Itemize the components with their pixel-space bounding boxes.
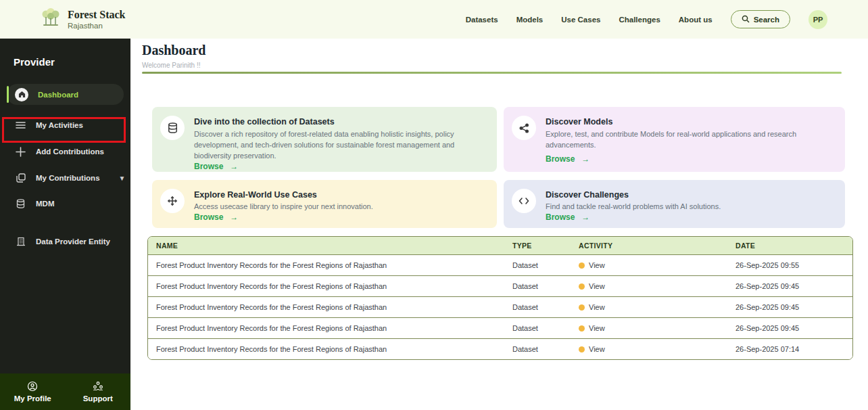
- browse-label: Browse: [194, 212, 223, 222]
- page: Forest Stack Rajasthan Datasets Models U…: [0, 0, 868, 410]
- profile-icon: [27, 381, 38, 393]
- table-row[interactable]: Forest Product Inventory Records for the…: [148, 338, 852, 359]
- table-row[interactable]: Forest Product Inventory Records for the…: [148, 296, 852, 317]
- building-icon: [15, 236, 26, 248]
- search-button[interactable]: Search: [731, 10, 790, 28]
- cards-grid: Dive into the collection of Datasets Dis…: [152, 107, 845, 228]
- support-label: Support: [83, 394, 113, 403]
- activity-dot-icon: [579, 283, 585, 290]
- cell-type: Dataset: [504, 282, 571, 290]
- browse-use-cases-link[interactable]: Browse →: [194, 212, 373, 223]
- support-button[interactable]: Support: [66, 373, 131, 410]
- cell-date: 26-Sep-2025 09:55: [727, 261, 852, 269]
- card-title: Dive into the collection of Datasets: [194, 117, 486, 127]
- database-icon: [160, 116, 185, 140]
- card-title: Explore Real-World Use Cases: [194, 190, 373, 200]
- cell-name: Forest Product Inventory Records for the…: [148, 303, 504, 311]
- brand[interactable]: Forest Stack Rajasthan: [41, 7, 125, 32]
- browse-models-link[interactable]: Browse →: [546, 154, 834, 165]
- list-icon: [15, 120, 26, 131]
- activity-label: View: [589, 261, 605, 269]
- my-profile-label: My Profile: [14, 394, 51, 403]
- cell-name: Forest Product Inventory Records for the…: [148, 345, 504, 353]
- support-icon: [93, 381, 103, 393]
- nav-challenges[interactable]: Challenges: [619, 16, 660, 24]
- cell-name: Forest Product Inventory Records for the…: [148, 261, 504, 269]
- table-row[interactable]: Forest Product Inventory Records for the…: [148, 317, 852, 338]
- cell-type: Dataset: [504, 324, 571, 332]
- browse-label: Browse: [194, 162, 223, 171]
- card-description: Discover a rich repository of forest-rel…: [194, 129, 486, 162]
- sidebar-item-my-activities[interactable]: My Activities: [0, 116, 130, 134]
- cell-type: Dataset: [504, 345, 571, 353]
- arrow-right-icon: →: [581, 154, 589, 164]
- database-icon: [15, 198, 26, 210]
- table-row[interactable]: Forest Product Inventory Records for the…: [148, 275, 852, 296]
- nav-datasets[interactable]: Datasets: [466, 16, 498, 24]
- browse-challenges-link[interactable]: Browse →: [546, 212, 721, 223]
- cell-activity: View: [571, 261, 727, 269]
- sidebar-footer: My Profile Support: [0, 373, 130, 410]
- top-nav: Datasets Models Use Cases Challenges Abo…: [466, 10, 827, 29]
- nav-models[interactable]: Models: [516, 16, 544, 24]
- card-title: Discover Challenges: [546, 190, 721, 200]
- code-icon: [512, 189, 536, 213]
- activity-table: NAME TYPE ACTIVITY DATE Forest Product I…: [147, 236, 853, 360]
- card-description: Access usecase library to inspire your n…: [194, 202, 373, 212]
- cell-type: Dataset: [504, 303, 571, 311]
- cell-name: Forest Product Inventory Records for the…: [148, 282, 504, 290]
- sidebar-item-dashboard[interactable]: Dashboard: [7, 84, 124, 105]
- activity-dot-icon: [579, 304, 585, 311]
- my-profile-button[interactable]: My Profile: [0, 373, 66, 410]
- sidebar-item-label: Dashboard: [38, 91, 78, 99]
- activity-label: View: [589, 303, 605, 311]
- card-datasets[interactable]: Dive into the collection of Datasets Dis…: [152, 107, 497, 172]
- nav-use-cases[interactable]: Use Cases: [561, 16, 600, 24]
- sidebar-item-add-contributions[interactable]: Add Contributions: [0, 143, 130, 160]
- sidebar-item-data-provider-entity[interactable]: Data Provider Entity: [0, 233, 130, 250]
- activity-label: View: [589, 324, 605, 332]
- cell-date: 26-Sep-2025 07:14: [727, 345, 852, 353]
- brand-title: Forest Stack: [68, 9, 125, 21]
- card-challenges[interactable]: Discover Challenges Find and tackle real…: [504, 180, 845, 228]
- cell-activity: View: [571, 345, 727, 353]
- activity-dot-icon: [579, 346, 585, 352]
- sidebar-heading: Provider: [14, 56, 130, 68]
- column-header-date: DATE: [727, 242, 852, 250]
- sidebar: Provider Dashboard My Activities: [0, 39, 130, 410]
- table-header: NAME TYPE ACTIVITY DATE: [148, 237, 852, 254]
- move-icon: [160, 189, 185, 213]
- table-row[interactable]: Forest Product Inventory Records for the…: [148, 254, 852, 275]
- browse-datasets-link[interactable]: Browse →: [194, 162, 486, 173]
- page-title: Dashboard: [142, 43, 206, 58]
- nav-about-us[interactable]: About us: [679, 16, 713, 24]
- chevron-down-icon[interactable]: ▼: [119, 175, 126, 182]
- home-icon: [15, 88, 28, 101]
- arrow-right-icon: →: [581, 212, 589, 222]
- browse-label: Browse: [546, 212, 575, 222]
- arrow-right-icon: →: [230, 162, 238, 171]
- card-models[interactable]: Discover Models Explore, test, and contr…: [504, 107, 845, 172]
- sidebar-item-label: My Contributions: [36, 174, 100, 182]
- forest-stack-logo-icon: [41, 7, 61, 32]
- card-use-cases[interactable]: Explore Real-World Use Cases Access usec…: [152, 180, 497, 228]
- activity-dot-icon: [579, 263, 585, 269]
- sidebar-item-mdm[interactable]: MDM: [0, 195, 130, 212]
- cell-activity: View: [571, 324, 727, 332]
- sidebar-item-label: Add Contributions: [36, 147, 104, 156]
- activity-dot-icon: [579, 325, 585, 332]
- cell-name: Forest Product Inventory Records for the…: [148, 324, 504, 332]
- sidebar-item-my-contributions[interactable]: My Contributions ▼: [0, 169, 130, 187]
- activity-label: View: [589, 345, 605, 353]
- search-label: Search: [754, 16, 779, 24]
- brand-subtitle: Rajasthan: [68, 22, 125, 30]
- avatar[interactable]: PP: [809, 10, 827, 29]
- card-title: Discover Models: [546, 117, 834, 127]
- copy-icon: [15, 173, 26, 184]
- sidebar-item-label: MDM: [36, 200, 54, 208]
- sidebar-item-label: Data Provider Entity: [36, 237, 110, 246]
- browse-label: Browse: [546, 154, 575, 164]
- cell-activity: View: [571, 282, 727, 290]
- cell-date: 26-Sep-2025 09:45: [727, 324, 852, 332]
- activity-label: View: [589, 282, 605, 290]
